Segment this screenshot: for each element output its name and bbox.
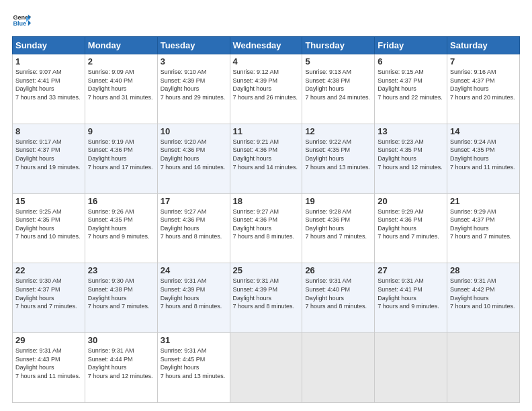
- day-detail: Sunrise: 9:23 AMSunset: 4:35 PMDaylight …: [378, 138, 443, 171]
- day-number: 20: [378, 196, 444, 206]
- calendar-header-friday: Friday: [375, 37, 447, 54]
- calendar-cell: 28 Sunrise: 9:31 AMSunset: 4:42 PMDaylig…: [447, 263, 520, 333]
- calendar-header-row: SundayMondayTuesdayWednesdayThursdayFrid…: [13, 37, 520, 54]
- day-number: 4: [233, 56, 300, 66]
- calendar-cell: 24 Sunrise: 9:31 AMSunset: 4:39 PMDaylig…: [157, 263, 230, 333]
- day-detail: Sunrise: 9:29 AMSunset: 4:36 PMDaylight …: [378, 208, 439, 240]
- day-number: 11: [233, 126, 300, 136]
- day-detail: Sunrise: 9:30 AMSunset: 4:38 PMDaylight …: [88, 277, 150, 310]
- day-detail: Sunrise: 9:29 AMSunset: 4:37 PMDaylight …: [450, 208, 512, 240]
- svg-text:Blue: Blue: [13, 20, 26, 27]
- calendar-cell: 19 Sunrise: 9:28 AMSunset: 4:36 PMDaylig…: [302, 193, 375, 263]
- calendar-cell: [230, 333, 302, 403]
- day-detail: Sunrise: 9:27 AMSunset: 4:36 PMDaylight …: [233, 208, 295, 240]
- day-detail: Sunrise: 9:07 AMSunset: 4:41 PMDaylight …: [15, 68, 81, 101]
- calendar-cell: 14 Sunrise: 9:24 AMSunset: 4:35 PMDaylig…: [447, 124, 520, 193]
- calendar-cell: 16 Sunrise: 9:26 AMSunset: 4:35 PMDaylig…: [85, 193, 157, 263]
- day-number: 2: [88, 56, 154, 66]
- day-number: 10: [161, 126, 227, 136]
- header: General Blue: [12, 11, 520, 30]
- calendar-week-1: 1 Sunrise: 9:07 AMSunset: 4:41 PMDayligh…: [13, 54, 520, 124]
- calendar-cell: 8 Sunrise: 9:17 AMSunset: 4:37 PMDayligh…: [13, 124, 85, 193]
- day-number: 25: [233, 265, 300, 275]
- day-number: 15: [15, 196, 82, 206]
- calendar-cell: 23 Sunrise: 9:30 AMSunset: 4:38 PMDaylig…: [85, 263, 157, 333]
- day-number: 30: [88, 335, 154, 345]
- calendar-cell: 2 Sunrise: 9:09 AMSunset: 4:40 PMDayligh…: [85, 54, 157, 124]
- calendar-cell: 26 Sunrise: 9:31 AMSunset: 4:40 PMDaylig…: [302, 263, 375, 333]
- calendar-cell: 25 Sunrise: 9:31 AMSunset: 4:39 PMDaylig…: [230, 263, 302, 333]
- calendar-cell: 9 Sunrise: 9:19 AMSunset: 4:36 PMDayligh…: [85, 124, 157, 193]
- day-number: 24: [161, 265, 227, 275]
- calendar-cell: 11 Sunrise: 9:21 AMSunset: 4:36 PMDaylig…: [230, 124, 302, 193]
- day-detail: Sunrise: 9:13 AMSunset: 4:38 PMDaylight …: [305, 68, 370, 101]
- day-detail: Sunrise: 9:28 AMSunset: 4:36 PMDaylight …: [305, 208, 367, 240]
- day-number: 1: [15, 56, 82, 66]
- day-detail: Sunrise: 9:22 AMSunset: 4:35 PMDaylight …: [305, 138, 370, 171]
- page: General Blue SundayMondayTuesdayWednesda…: [0, 0, 532, 411]
- calendar-cell: 27 Sunrise: 9:31 AMSunset: 4:41 PMDaylig…: [375, 263, 447, 333]
- calendar-cell: 12 Sunrise: 9:22 AMSunset: 4:35 PMDaylig…: [302, 124, 375, 193]
- day-detail: Sunrise: 9:09 AMSunset: 4:40 PMDaylight …: [88, 68, 153, 101]
- day-detail: Sunrise: 9:16 AMSunset: 4:37 PMDaylight …: [450, 68, 515, 101]
- calendar-header-sunday: Sunday: [13, 37, 85, 54]
- calendar-cell: 1 Sunrise: 9:07 AMSunset: 4:41 PMDayligh…: [13, 54, 85, 124]
- day-detail: Sunrise: 9:31 AMSunset: 4:41 PMDaylight …: [378, 277, 439, 310]
- day-number: 19: [305, 196, 371, 206]
- day-detail: Sunrise: 9:31 AMSunset: 4:42 PMDaylight …: [450, 277, 515, 310]
- day-number: 21: [450, 196, 517, 206]
- day-number: 16: [88, 196, 154, 206]
- day-number: 26: [305, 265, 371, 275]
- day-detail: Sunrise: 9:31 AMSunset: 4:39 PMDaylight …: [161, 277, 222, 310]
- calendar-cell: 21 Sunrise: 9:29 AMSunset: 4:37 PMDaylig…: [447, 193, 520, 263]
- day-detail: Sunrise: 9:20 AMSunset: 4:36 PMDaylight …: [161, 138, 226, 171]
- calendar-cell: 29 Sunrise: 9:31 AMSunset: 4:43 PMDaylig…: [13, 333, 85, 403]
- calendar-cell: 3 Sunrise: 9:10 AMSunset: 4:39 PMDayligh…: [157, 54, 230, 124]
- day-detail: Sunrise: 9:27 AMSunset: 4:36 PMDaylight …: [161, 208, 222, 240]
- day-number: 28: [450, 265, 517, 275]
- day-detail: Sunrise: 9:31 AMSunset: 4:43 PMDaylight …: [15, 347, 81, 379]
- day-detail: Sunrise: 9:31 AMSunset: 4:44 PMDaylight …: [88, 347, 153, 379]
- day-number: 13: [378, 126, 444, 136]
- day-detail: Sunrise: 9:30 AMSunset: 4:37 PMDaylight …: [15, 277, 77, 310]
- calendar-cell: 7 Sunrise: 9:16 AMSunset: 4:37 PMDayligh…: [447, 54, 520, 124]
- day-number: 7: [450, 56, 517, 66]
- day-detail: Sunrise: 9:31 AMSunset: 4:39 PMDaylight …: [233, 277, 295, 310]
- calendar-cell: 4 Sunrise: 9:12 AMSunset: 4:39 PMDayligh…: [230, 54, 302, 124]
- calendar-cell: [375, 333, 447, 403]
- day-detail: Sunrise: 9:17 AMSunset: 4:37 PMDaylight …: [15, 138, 81, 171]
- calendar-header-tuesday: Tuesday: [157, 37, 230, 54]
- day-number: 9: [88, 126, 154, 136]
- day-number: 27: [378, 265, 444, 275]
- calendar-header-thursday: Thursday: [302, 37, 375, 54]
- day-detail: Sunrise: 9:31 AMSunset: 4:40 PMDaylight …: [305, 277, 367, 310]
- calendar-cell: 17 Sunrise: 9:27 AMSunset: 4:36 PMDaylig…: [157, 193, 230, 263]
- calendar-header-monday: Monday: [85, 37, 157, 54]
- calendar-cell: 22 Sunrise: 9:30 AMSunset: 4:37 PMDaylig…: [13, 263, 85, 333]
- day-detail: Sunrise: 9:21 AMSunset: 4:36 PMDaylight …: [233, 138, 298, 171]
- calendar-week-2: 8 Sunrise: 9:17 AMSunset: 4:37 PMDayligh…: [13, 124, 520, 193]
- day-detail: Sunrise: 9:19 AMSunset: 4:36 PMDaylight …: [88, 138, 153, 171]
- calendar-header-saturday: Saturday: [447, 37, 520, 54]
- logo: General Blue: [12, 11, 34, 30]
- calendar-cell: 18 Sunrise: 9:27 AMSunset: 4:36 PMDaylig…: [230, 193, 302, 263]
- calendar-week-5: 29 Sunrise: 9:31 AMSunset: 4:43 PMDaylig…: [13, 333, 520, 403]
- day-number: 18: [233, 196, 300, 206]
- day-number: 29: [15, 335, 82, 345]
- calendar-table: SundayMondayTuesdayWednesdayThursdayFrid…: [12, 36, 520, 403]
- day-number: 17: [161, 196, 227, 206]
- calendar-cell: [302, 333, 375, 403]
- day-number: 8: [15, 126, 82, 136]
- calendar-cell: 13 Sunrise: 9:23 AMSunset: 4:35 PMDaylig…: [375, 124, 447, 193]
- calendar-cell: 31 Sunrise: 9:31 AMSunset: 4:45 PMDaylig…: [157, 333, 230, 403]
- day-number: 22: [15, 265, 82, 275]
- day-number: 31: [161, 335, 227, 345]
- calendar-cell: 10 Sunrise: 9:20 AMSunset: 4:36 PMDaylig…: [157, 124, 230, 193]
- calendar-cell: 5 Sunrise: 9:13 AMSunset: 4:38 PMDayligh…: [302, 54, 375, 124]
- calendar-week-4: 22 Sunrise: 9:30 AMSunset: 4:37 PMDaylig…: [13, 263, 520, 333]
- calendar-cell: 20 Sunrise: 9:29 AMSunset: 4:36 PMDaylig…: [375, 193, 447, 263]
- day-number: 23: [88, 265, 154, 275]
- day-detail: Sunrise: 9:12 AMSunset: 4:39 PMDaylight …: [233, 68, 298, 101]
- day-number: 5: [305, 56, 371, 66]
- day-number: 12: [305, 126, 371, 136]
